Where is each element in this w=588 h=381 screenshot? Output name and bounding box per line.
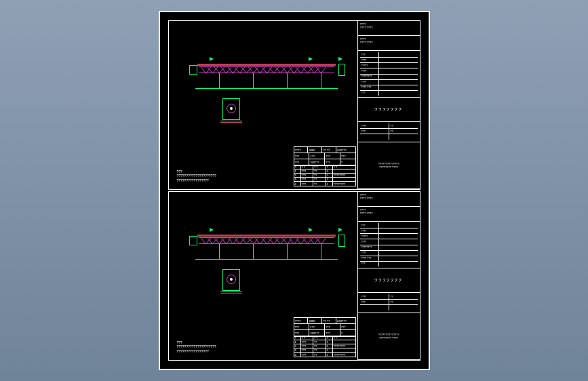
field-label: ???? [360,239,379,244]
drawing-area[interactable]: ????4000?? ??620??? ???1???????? ???760?… [172,195,358,357]
support-leg [219,73,220,88]
tb-fields: ??? ???? ????? ???? ???????? ???? ???? ?… [358,222,420,268]
tb-footer: ?????????????? ???????? ???? [358,142,420,189]
detail-baseline [220,292,242,294]
detail-baseline [220,121,242,123]
field-label: ??? [360,52,379,57]
meta-cell: ???? [360,294,389,299]
support-leg [287,73,288,88]
field-value [379,85,418,90]
field-label: ???? [360,251,379,256]
drawing-title: ??????? [358,268,420,293]
tb-footer: ?????????????? ???????? ???? [358,313,420,360]
cell: ??? [294,324,310,330]
bom-table: ?? ?? ??? ? 1?????1 2?????2???????? 3???… [294,336,356,357]
cell: 620??? [336,147,355,153]
field-value [379,58,418,62]
cell: 4000 [308,318,322,324]
meta-cell [389,305,418,310]
field-value [379,75,418,79]
meta-cell [360,134,389,140]
meta-cell: ??? [360,300,389,304]
drawing-sheet-1[interactable]: ????4000?? ??620??? ???1???????? ???760?… [168,20,420,190]
cad-viewport: ????4000?? ??620??? ???1???????? ???760?… [159,11,430,370]
section-detail [222,269,240,291]
field-value [379,251,418,256]
drive-end [189,65,197,75]
notes-line: ????????????????????? [177,344,216,349]
cell: ??? [325,324,340,330]
drawing-area[interactable]: ????4000?? ??620??? ???1???????? ???760?… [172,24,358,186]
footer-line: ???????? ???? [378,336,399,340]
field-label: ???? [360,68,379,73]
section-detail [222,98,240,120]
cell: ???????? [333,353,355,357]
field-label: ??? [360,262,379,266]
field-label: ???? ??? [360,256,379,261]
roller-axis [230,278,233,281]
field-label: ????? [360,234,379,239]
title-block: ???? ???? ???? ???? ???? ???? ??? ???? ?… [357,192,420,360]
tail-end [338,64,345,76]
field-label: ???? [360,58,379,62]
cell: ??? [325,153,340,159]
drawing-sheet-2[interactable]: ????4000?? ??620??? ???1???????? ???760?… [168,191,420,361]
meta-cell: ?? [389,294,418,299]
tb-subheader: ???? ???? ???? [358,36,420,51]
truss-lattice [318,237,324,244]
cell: ???? [294,318,309,324]
field-value [379,52,418,57]
belt-deck [197,64,336,66]
drawing-notes: ??? ????????????????????? ??????????????… [177,169,216,183]
support-leg [253,244,254,259]
bom-table: ?? ?? ??? ? 1?????1 2?????2???????? 3???… [294,165,356,186]
cell: ?? [313,182,326,186]
tb-header: ???? ???? ???? [358,192,420,207]
parameter-table: ????4000?? ??620??? ???1???????? ???760?… [294,317,356,337]
ground-line [195,88,338,89]
title-block: ???? ???? ???? ???? ???? ???? ??? ???? ?… [357,21,420,189]
field-value [379,239,418,244]
section-flag [338,228,344,235]
drawing-title: ??????? [358,98,420,122]
cell: ?? ?? [322,147,336,153]
tb-sub-line: ???? ???? [360,41,418,44]
field-value [379,80,418,85]
field-value [379,91,418,96]
conveyor-elevation [192,61,341,88]
cell: ?? [313,353,326,357]
support-leg [219,244,220,259]
cell: 4 [294,182,301,186]
cell: 4000 [308,147,322,153]
cell: ??? [301,353,314,357]
roller-axis [230,107,233,110]
cell: 1?? [309,153,325,159]
meta-cell: ???? [360,123,389,128]
parameter-table: ????4000?? ??620??? ???1???????? ???760?… [294,146,356,166]
notes-line: ????????????????? [177,178,216,183]
cell: 620??? [336,318,355,324]
tb-fields: ??? ???? ????? ???? ???????? ???? ???? ?… [358,51,420,98]
field-value [379,262,418,266]
cell: ??? [340,153,355,159]
field-label: ???????? [360,75,379,79]
cell: ???????? [333,182,355,186]
field-label: ???? ??? [360,85,379,90]
notes-line: ????????????????????? [177,174,216,178]
field-value [379,63,418,68]
field-value [379,234,418,239]
field-label: ???????? [360,245,379,250]
meta-cell: ?? [389,129,418,134]
meta-cell [360,305,389,310]
tb-header: ???? ???? ???? [358,21,420,36]
ground-line [195,259,338,260]
section-flag [210,57,215,64]
meta-cell: ??? [360,129,389,134]
section-flag [309,57,314,64]
tail-end [338,235,345,247]
field-value [379,245,418,250]
support-leg [321,73,321,88]
drawing-notes: ??? ????????????????????? ??????????????… [177,340,216,354]
tb-meta: ?????? ????? [358,122,420,142]
footer-line: ???????? ???? [378,165,399,169]
